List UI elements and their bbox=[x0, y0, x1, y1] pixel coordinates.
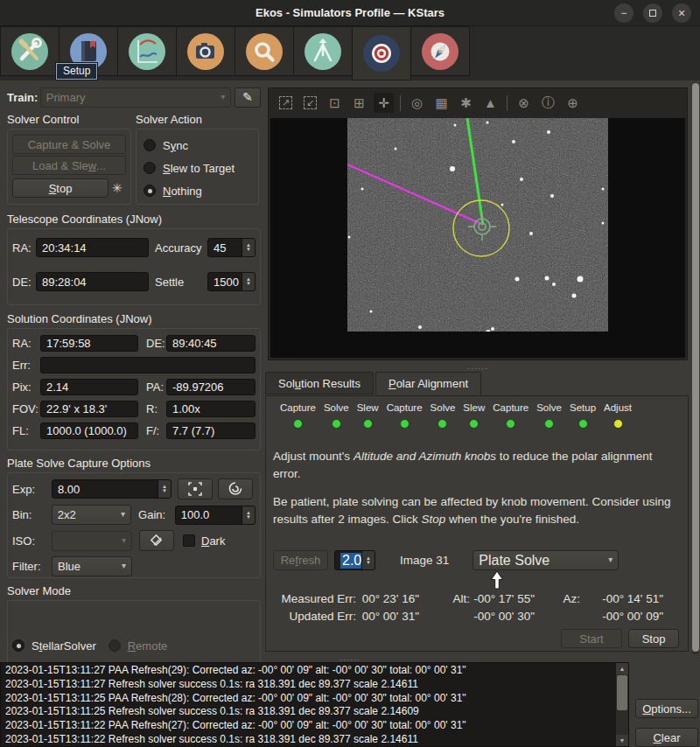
settle-label: Settle bbox=[155, 276, 207, 289]
solution-r-field: 1.00x bbox=[166, 401, 256, 417]
radio-icon[interactable] bbox=[144, 185, 156, 197]
capture-solve-button[interactable]: Capture & Solve bbox=[12, 135, 126, 154]
iso-select[interactable] bbox=[52, 531, 132, 551]
capture-options-title: Plate Solve Capture Options bbox=[7, 457, 261, 470]
clear-button[interactable]: Clear bbox=[635, 728, 698, 747]
polar-alignment-panel: CaptureSolveSlewCaptureSolveSlewCaptureS… bbox=[265, 395, 689, 652]
alt-label: Alt: bbox=[419, 592, 470, 605]
scroll-down-icon[interactable]: ▼ bbox=[616, 735, 628, 746]
log-line: 2023-01-15T13:11:25 PAA Refresh(28): Cor… bbox=[5, 692, 614, 706]
focus-tab[interactable] bbox=[234, 26, 294, 76]
minimize-button[interactable]: − bbox=[614, 3, 634, 23]
sol-ra-label: RA: bbox=[12, 337, 40, 350]
radio-icon[interactable] bbox=[144, 162, 156, 174]
tab-polar-alignment[interactable]: Polar Alignment bbox=[375, 372, 481, 395]
fits-header-icon[interactable]: ⓘ bbox=[538, 93, 558, 113]
tripod-icon bbox=[303, 31, 343, 72]
iso-label: ISO: bbox=[12, 534, 52, 548]
fov-label: FOV: bbox=[12, 402, 40, 415]
pixel-scale-icon[interactable]: ▲ bbox=[480, 93, 500, 113]
updated-err-value: 00° 00' 31" bbox=[356, 610, 419, 623]
log-view[interactable]: 2023-01-15T13:11:27 PAA Refresh(29): Cor… bbox=[0, 662, 629, 747]
scroll-up-icon[interactable]: ▲ bbox=[616, 663, 628, 674]
refresh-algorithm-select[interactable]: Plate Solve bbox=[472, 550, 619, 570]
solution-ra-field: 17:59:58 bbox=[40, 335, 138, 352]
log-scrollbar[interactable]: ▲ ▼ bbox=[616, 663, 628, 746]
log-line: 2023-01-15T13:11:27 PAA Refresh(29): Cor… bbox=[5, 664, 614, 678]
kstars-ekos-window: Ekos - Simulators Profile — KStars − × S… bbox=[0, 0, 700, 747]
main-vertical-scrollbar[interactable] bbox=[692, 82, 699, 654]
align-view-panel: ↗↙⊡⊞✛◎▦✱▲⊗ⓘ⊕ bbox=[264, 80, 691, 657]
log-line: 2023-01-15T13:11:22 Refresh solver succe… bbox=[5, 733, 614, 747]
solution-coords-title: Solution Coordinates (JNow) bbox=[7, 312, 261, 325]
solver-control-title: Solver Control bbox=[7, 113, 136, 126]
zoom-in-icon[interactable]: ↗ bbox=[276, 93, 296, 113]
zoom-fit-icon[interactable]: ⊞ bbox=[349, 93, 369, 113]
telescope-de-field[interactable]: 89:28:04 bbox=[36, 272, 149, 291]
solution-pix-field: 2.14 bbox=[40, 379, 138, 395]
capture-tab[interactable] bbox=[176, 26, 235, 76]
gain-spinbox[interactable]: 100.0 ▲▼ bbox=[175, 506, 256, 525]
grid-overlay-icon[interactable]: ▦ bbox=[431, 93, 452, 113]
camera-icon bbox=[186, 31, 226, 72]
diamond-icon bbox=[147, 531, 166, 550]
zoom-default-icon[interactable]: ⊡ bbox=[325, 93, 345, 113]
bullseye-icon bbox=[361, 33, 402, 73]
dark-checkbox[interactable] bbox=[183, 534, 195, 547]
capture-frame-button[interactable] bbox=[178, 478, 213, 499]
solver-mode-stellarsolver[interactable]: StellarSolver bbox=[12, 634, 96, 657]
edit-train-button[interactable]: ✎ bbox=[234, 87, 261, 108]
accuracy-spinbox[interactable]: 45 ▲▼ bbox=[207, 238, 256, 257]
refresh-rate-spinbox[interactable]: 2.0 ▲▼ bbox=[334, 550, 375, 570]
solver-control-group: Capture & Solve Load & Slew... Stop ✳ bbox=[7, 129, 131, 205]
solver-action-sync[interactable]: Sync bbox=[144, 134, 239, 157]
polar-stop-button[interactable]: Stop bbox=[628, 629, 679, 648]
telescope-ra-field[interactable]: 20:34:14 bbox=[36, 238, 149, 257]
zoom-out-icon[interactable]: ↙ bbox=[300, 93, 320, 113]
unmark-stars-icon[interactable]: ⊗ bbox=[514, 93, 534, 113]
accuracy-label: Accuracy bbox=[155, 241, 207, 255]
titlebar[interactable]: Ekos - Simulators Profile — KStars − × bbox=[0, 0, 700, 26]
viewer-splitter-handle[interactable]: ······ bbox=[264, 366, 691, 372]
crosshair-overlay-icon[interactable]: ◎ bbox=[407, 93, 427, 113]
guide-tab[interactable] bbox=[410, 26, 470, 76]
filter-select[interactable]: Blue bbox=[52, 556, 132, 576]
load-slew-button[interactable]: Load & Slew... bbox=[12, 156, 126, 175]
center-telescope-icon[interactable]: ⊕ bbox=[563, 93, 583, 113]
options-button[interactable]: Options... bbox=[635, 699, 698, 718]
start-button[interactable]: Start bbox=[561, 629, 622, 648]
tab-solution-results[interactable]: Solution Results bbox=[265, 372, 374, 394]
step-slew: Slew bbox=[357, 402, 379, 429]
updated-az-value: -00° 00' 09" bbox=[580, 610, 663, 623]
mount-tab[interactable] bbox=[293, 26, 353, 76]
solver-action-nothing[interactable]: Nothing bbox=[144, 179, 239, 202]
solution-fl-field: 1000.0 (1000.0) bbox=[40, 422, 138, 439]
step-capture: Capture bbox=[387, 402, 423, 429]
polar-alignment-steps: CaptureSolveSlewCaptureSolveSlewCaptureS… bbox=[280, 402, 632, 429]
solver-action-slewtotarget[interactable]: Slew to Target bbox=[144, 157, 239, 179]
radio-icon[interactable] bbox=[144, 139, 156, 151]
pan-icon[interactable]: ✛ bbox=[374, 93, 394, 113]
analyze-tab[interactable] bbox=[117, 26, 177, 76]
setup-tab[interactable] bbox=[0, 26, 60, 76]
radio-icon[interactable] bbox=[108, 639, 121, 652]
align-result-tabs: Solution Results Polar Alignment bbox=[265, 372, 483, 395]
solver-mode-remote[interactable]: Remote bbox=[108, 634, 168, 657]
filter-manager-button[interactable] bbox=[139, 530, 174, 551]
align-tab[interactable] bbox=[352, 26, 411, 80]
radio-icon[interactable] bbox=[12, 639, 24, 652]
close-button[interactable]: × bbox=[672, 3, 691, 23]
deep-sky-object-button[interactable] bbox=[218, 478, 253, 499]
step-status-dot bbox=[613, 419, 623, 429]
detected-stars-icon[interactable]: ✱ bbox=[456, 93, 476, 113]
maximize-button[interactable] bbox=[643, 3, 662, 23]
binning-select[interactable]: 2x2 bbox=[52, 505, 131, 525]
settle-spinbox[interactable]: 1500 ▲▼ bbox=[207, 272, 256, 291]
fits-viewer-canvas[interactable] bbox=[270, 118, 685, 358]
exposure-spinbox[interactable]: 8.00 ▲▼ bbox=[52, 479, 172, 499]
refresh-button[interactable]: Refresh bbox=[273, 550, 328, 570]
train-select[interactable]: Primary bbox=[40, 87, 231, 108]
refresh-controls: Refresh 2.0 ▲▼ Image 31 Plate Solve bbox=[273, 550, 619, 570]
stop-button[interactable]: Stop bbox=[12, 178, 108, 198]
step-status-dot bbox=[363, 419, 373, 429]
